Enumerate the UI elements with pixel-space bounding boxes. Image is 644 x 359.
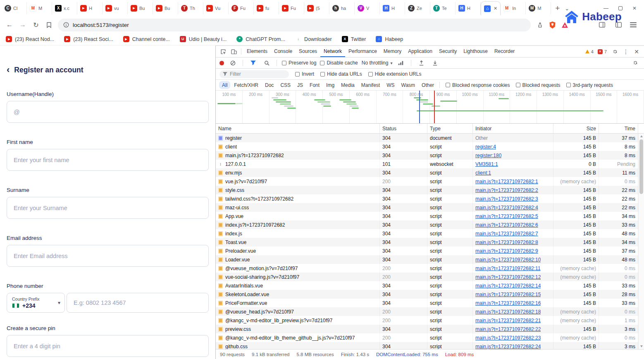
devtools-tab[interactable]: Lighthouse (460, 46, 491, 57)
initiator-link[interactable]: Other (475, 135, 488, 141)
invert-checkbox[interactable]: Invert (295, 71, 314, 77)
bookmark-item[interactable]: ⌂ Habeep (376, 36, 403, 42)
search-icon[interactable] (262, 58, 272, 68)
network-request-row[interactable]: register 304 document Other 145 B 37 ms (216, 134, 638, 142)
export-har-icon[interactable] (416, 58, 426, 68)
resource-filter-chip[interactable]: JS (294, 81, 306, 89)
brave-shield-icon[interactable] (547, 19, 557, 30)
resource-filter-chip[interactable]: Media (338, 81, 358, 89)
initiator-link[interactable]: main.js?t=1723710972682:23 (475, 335, 541, 341)
browser-tab[interactable]: T Te (430, 2, 456, 14)
column-header[interactable]: Initiator (473, 124, 553, 133)
bookmark-item[interactable]: U Udio | Beauty i... (180, 36, 227, 42)
browser-tab[interactable]: C Cl (2, 2, 27, 14)
initiator-link[interactable]: main.js?t=1723710972682:12 (475, 274, 541, 280)
network-request-row[interactable]: 127.0.0.1 101 websocket VM3581:1 0 B Pen… (216, 160, 638, 168)
network-request-row[interactable]: @vueuse_motion.js?v=7d210f97 200 script … (216, 264, 638, 273)
username-input[interactable] (7, 101, 209, 123)
network-request-row[interactable]: maz-ui.css 304 script main.js?t=17237109… (216, 203, 638, 212)
initiator-link[interactable]: main.js?t=1723710972682:22 (475, 326, 541, 332)
network-request-row[interactable]: @vueuse_head.js?v=7d210f97 200 script ma… (216, 307, 638, 316)
browser-tab[interactable]: Bu (128, 2, 153, 14)
network-request-row[interactable]: tailwind.css?t=1723710972682 304 script … (216, 194, 638, 203)
resource-filter-chip[interactable]: Wasm (398, 81, 418, 89)
browser-tab[interactable]: V V (355, 2, 380, 14)
bookmark-item[interactable]: X Twitter (342, 36, 366, 42)
network-request-row[interactable]: AvatarInitials.vue 304 script main.js?t=… (216, 281, 638, 290)
network-request-row[interactable]: Preloader.vue 304 script main.js?t=17237… (216, 247, 638, 255)
network-request-row[interactable]: PriceFormatter.vue 304 script main.js?t=… (216, 299, 638, 307)
resource-filter-chip[interactable]: Doc (262, 81, 277, 89)
reload-button[interactable]: ↻ (31, 19, 41, 30)
network-request-row[interactable]: @kangc_v-md-editor_lib_preview.js?v=7d21… (216, 316, 638, 325)
devtools-tab[interactable]: Elements (243, 46, 271, 57)
network-request-row[interactable]: App.vue 304 script main.js?t=17237109726… (216, 212, 638, 220)
network-settings-icon[interactable] (630, 58, 640, 68)
bookmark-item[interactable]: * ChatGPT Prom... (236, 36, 285, 42)
share-icon[interactable] (535, 19, 545, 30)
disable-cache-checkbox[interactable]: Disable cache (320, 60, 358, 66)
column-header[interactable]: Time (599, 124, 638, 133)
inspect-element-icon[interactable] (218, 47, 228, 57)
browser-tab[interactable]: fu (254, 2, 279, 14)
first-name-input[interactable] (7, 149, 209, 171)
network-request-row[interactable]: env.mjs 304 script client:1 145 B 11 ms (216, 168, 638, 177)
hide-data-urls-checkbox[interactable]: Hide data URLs (320, 71, 362, 77)
site-info-icon[interactable] (63, 22, 69, 28)
bookmark-item[interactable]: (23) React Nod... (6, 36, 54, 42)
menu-icon[interactable] (630, 22, 637, 27)
pin-input[interactable] (7, 335, 209, 357)
initiator-link[interactable]: main.js?t=1723710972682:4 (475, 205, 538, 211)
initiator-link[interactable]: main.js?t=1723710972682:7 (475, 231, 538, 237)
network-filter-input[interactable] (219, 70, 289, 78)
bookmark-item[interactable]: (23) React Soci... (64, 36, 113, 42)
initiator-link[interactable]: main.js?t=1723710972682:5 (475, 213, 538, 219)
browser-tab[interactable]: H H (456, 2, 481, 14)
filter-toggle-icon[interactable] (248, 58, 258, 68)
network-filter-checkbox[interactable]: 3rd-party requests (566, 82, 613, 88)
browser-tab[interactable]: Z Ze (405, 2, 430, 14)
column-header[interactable]: Size (553, 124, 599, 133)
browser-tab[interactable]: T Th (178, 2, 203, 14)
new-tab-button[interactable]: + (555, 4, 560, 13)
initiator-link[interactable]: VM3581:1 (475, 161, 498, 167)
bookmark-item[interactable]: ↓ Downloader (295, 36, 332, 42)
initiator-link[interactable]: main.js?t=1723710972682:16 (475, 300, 541, 306)
resource-filter-chip[interactable]: Fetch/XHR (231, 81, 261, 89)
network-request-row[interactable]: SkeletonLoader.vue 304 script main.js?t=… (216, 290, 638, 299)
bookmark-item[interactable]: Channel conte... (123, 36, 170, 42)
initiator-link[interactable]: main.js?t=1723710972682:18 (475, 309, 541, 315)
resource-filter-chip[interactable]: CSS (277, 81, 293, 89)
devtools-tab[interactable]: Application (405, 46, 436, 57)
throttling-select[interactable]: No throttling ▾ (362, 60, 393, 66)
network-request-row[interactable]: github.css 304 script main.js?t=17237109… (216, 342, 638, 349)
network-request-row[interactable]: client 304 script register:4 145 B 8 ms (216, 142, 638, 151)
column-header[interactable]: Name (216, 124, 380, 133)
devtools-tab[interactable]: Console (271, 46, 296, 57)
network-request-row[interactable]: index.js?t=1723710972682 304 script main… (216, 220, 638, 229)
browser-tab[interactable]: H (77, 2, 103, 14)
browser-tab[interactable]: M M (526, 2, 551, 14)
scroll-up-arrow[interactable] (639, 134, 644, 139)
browser-tab[interactable]: ⌂ ✕ (481, 1, 501, 15)
email-input[interactable] (7, 245, 209, 267)
network-request-row[interactable]: Loader.vue 304 script main.js?t=17237109… (216, 255, 638, 264)
devtools-tab[interactable]: Network (320, 46, 345, 57)
vertical-scrollbar[interactable] (638, 134, 644, 349)
errors-badge[interactable]: ✕ 7 (598, 49, 607, 54)
devtools-close-icon[interactable]: ✕ (632, 47, 642, 57)
country-prefix-select[interactable]: Country Prefix +234 ▾ (7, 293, 65, 313)
resource-filter-chip[interactable]: Other (419, 81, 437, 89)
devtools-tab[interactable]: Memory (380, 46, 405, 57)
warnings-badge[interactable]: 4 (585, 49, 594, 54)
network-request-row[interactable]: style.css 304 script main.js?t=172371097… (216, 186, 638, 194)
import-har-icon[interactable] (430, 58, 440, 68)
network-conditions-icon[interactable] (396, 58, 406, 68)
initiator-link[interactable]: main.js?t=1723710972682:11 (475, 266, 541, 271)
initiator-link[interactable]: main.js?t=1723710972682:24 (475, 344, 541, 349)
back-chevron-icon[interactable]: ‹ (7, 65, 10, 74)
browser-tab[interactable]: M M (27, 2, 52, 14)
record-button[interactable] (219, 61, 224, 65)
network-request-row[interactable]: Toast.vue 304 script main.js?t=172371097… (216, 238, 638, 247)
devtools-settings-icon[interactable] (610, 47, 620, 57)
